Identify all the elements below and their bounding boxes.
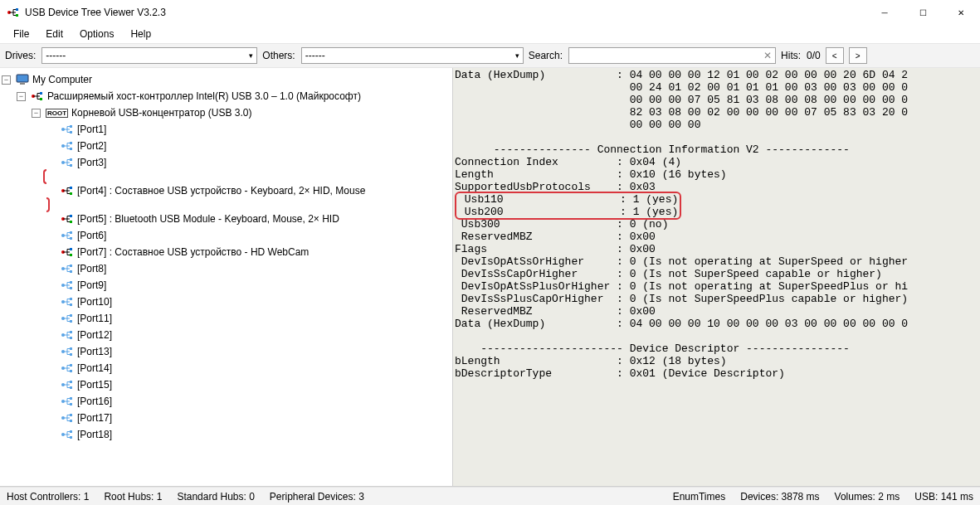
usb-icon-inactive: [61, 345, 74, 358]
tree-port-label: [Port14]: [77, 362, 112, 374]
tree-controller[interactable]: − Расширяемый хост-контроллер Intel(R) U…: [17, 88, 451, 104]
tree-port[interactable]: [Port2]: [46, 138, 451, 154]
tree-port-label: [Port16]: [77, 396, 112, 407]
tree-port-label: [Port15]: [77, 379, 112, 391]
svg-rect-39: [70, 314, 72, 317]
tree-port[interactable]: [Port18]: [46, 426, 451, 443]
status-usb-time: USB: 141 ms: [914, 491, 973, 503]
usb-icon-inactive: [61, 123, 74, 136]
usb-icon: [61, 184, 74, 197]
usb-icon-inactive: [61, 395, 74, 408]
expander-icon[interactable]: −: [2, 75, 11, 85]
svg-rect-40: [70, 320, 72, 323]
svg-rect-7: [40, 98, 42, 100]
tree-port[interactable]: [Port4] : Составное USB устройство - Key…: [46, 182, 451, 199]
svg-rect-27: [70, 248, 72, 250]
svg-rect-13: [70, 148, 72, 150]
usb-icon-inactive: [61, 378, 74, 391]
svg-rect-9: [70, 125, 72, 128]
tree-port[interactable]: [Port3]: [46, 154, 451, 171]
tree-line: [46, 397, 56, 406]
tree-port[interactable]: [Port12]: [46, 327, 451, 343]
tree-hub-label: Корневой USB-концентратор (USB 3.0): [71, 107, 251, 119]
tree-port[interactable]: [Port8]: [46, 260, 451, 277]
svg-rect-31: [70, 270, 72, 273]
menu-file[interactable]: File: [7, 27, 36, 41]
others-value: ------: [305, 50, 325, 61]
svg-rect-19: [70, 192, 72, 195]
tree-port-label: [Port7] : Составное USB устройство - HD …: [77, 246, 309, 258]
menu-help[interactable]: Help: [124, 27, 158, 41]
window-buttons: ─ ☐ ✕: [865, 0, 980, 25]
tree-line: [46, 364, 56, 373]
tree-line: [46, 187, 56, 196]
tree-port[interactable]: [Port5] : Bluetooth USB Module - Keyboar…: [46, 211, 451, 227]
tree-port[interactable]: [Port6]: [46, 227, 451, 244]
tree-port[interactable]: [Port14]: [46, 360, 451, 376]
svg-rect-43: [70, 337, 72, 339]
tree-port[interactable]: [Port10]: [46, 294, 451, 310]
drives-label: Drives:: [5, 50, 36, 61]
tree-root[interactable]: − My Computer: [2, 71, 451, 88]
svg-rect-49: [70, 370, 72, 372]
others-combo[interactable]: ------ ▾: [301, 47, 524, 64]
tree-line: [46, 414, 56, 423]
tree-line: [46, 281, 56, 290]
search-input[interactable]: ✕: [568, 47, 776, 64]
maximize-button[interactable]: ☐: [904, 0, 942, 25]
svg-rect-45: [70, 347, 72, 350]
tree-line: [46, 248, 56, 257]
usb-icon-inactive: [61, 156, 74, 169]
app-icon: [7, 6, 20, 19]
tree-port[interactable]: [Port1]: [46, 121, 451, 138]
tree-root-hub[interactable]: − ROOT Корневой USB-концентратор (USB 3.…: [32, 104, 451, 121]
tree-port[interactable]: [Port17]: [46, 410, 451, 426]
drives-combo[interactable]: ------ ▾: [41, 47, 257, 64]
others-label: Others:: [262, 50, 295, 61]
tree-pane[interactable]: − My Computer − Расширяемый хост-контр: [0, 68, 453, 486]
tree-port[interactable]: [Port11]: [46, 310, 451, 327]
hits-label: Hits:: [781, 50, 801, 61]
tree-port[interactable]: [Port9]: [46, 277, 451, 294]
expander-icon[interactable]: −: [32, 109, 41, 118]
tree-line: [46, 158, 56, 168]
close-button[interactable]: ✕: [942, 0, 980, 25]
svg-rect-12: [70, 142, 72, 144]
tree-port[interactable]: [Port7] : Составное USB устройство - HD …: [46, 244, 451, 260]
status-host-controllers: Host Controllers: 1: [7, 491, 89, 503]
tree-port-label: [Port12]: [77, 329, 112, 341]
menu-options[interactable]: Options: [73, 27, 120, 41]
next-hit-button[interactable]: >: [849, 47, 867, 64]
tree-line: [46, 381, 56, 390]
status-devices-time: Devices: 3878 ms: [740, 491, 819, 503]
expander-icon[interactable]: −: [17, 92, 26, 101]
search-label: Search:: [529, 50, 563, 61]
tree-line: [46, 331, 56, 340]
status-peripheral-devices: Peripheral Devices: 3: [270, 491, 364, 503]
usb-icon-inactive: [61, 312, 74, 325]
svg-rect-30: [70, 265, 72, 267]
svg-rect-33: [70, 281, 72, 284]
usb-icon: [31, 90, 44, 103]
detail-pane[interactable]: Data (HexDump) : 04 00 00 00 12 01 00 02…: [453, 68, 980, 486]
tree-port[interactable]: [Port13]: [46, 343, 451, 360]
svg-rect-60: [70, 430, 72, 433]
tree-port[interactable]: [Port15]: [46, 376, 451, 393]
tree-port-label: [Port2]: [77, 140, 106, 152]
computer-icon: [16, 73, 29, 86]
svg-rect-25: [70, 237, 72, 240]
menu-edit[interactable]: Edit: [39, 27, 70, 41]
tree-line: [46, 430, 56, 439]
tree-line: [46, 298, 56, 307]
svg-rect-46: [70, 353, 72, 356]
prev-hit-button[interactable]: <: [826, 47, 844, 64]
toolbar: Drives: ------ ▾ Others: ------ ▾ Search…: [0, 43, 980, 68]
drives-value: ------: [46, 50, 66, 61]
highlight-annotation: [Port4] : Составное USB устройство - Key…: [43, 169, 451, 212]
tree-port-label: [Port9]: [77, 279, 106, 291]
window-title: USB Device Tree Viewer V3.2.3: [25, 7, 865, 18]
tree-port[interactable]: [Port16]: [46, 393, 451, 410]
clear-icon[interactable]: ✕: [763, 50, 772, 61]
svg-rect-61: [70, 436, 72, 439]
minimize-button[interactable]: ─: [865, 0, 904, 25]
